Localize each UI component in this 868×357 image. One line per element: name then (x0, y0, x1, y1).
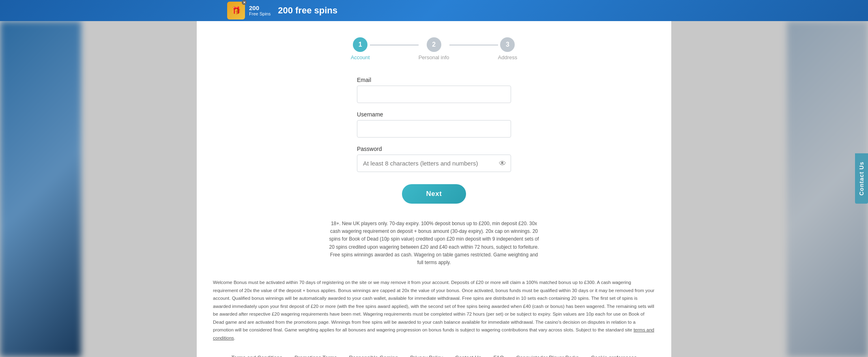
next-button-wrapper: Next (357, 184, 511, 204)
step-1-label: Account (351, 54, 370, 60)
step-line-1 (370, 45, 419, 45)
step-account: 1 Account (351, 37, 370, 60)
main-content: 1 Account 2 Personal info 3 Address Emai… (197, 21, 671, 357)
step-address: 3 Address (498, 37, 518, 60)
email-label: Email (357, 77, 511, 83)
promo-close-button[interactable]: ✕ (242, 0, 247, 5)
footer-link-responsible[interactable]: Responsible Gaming (349, 355, 398, 357)
password-input[interactable] (357, 155, 511, 172)
steps-indicator: 1 Account 2 Personal info 3 Address (213, 37, 655, 60)
promo-label: Free Spins (249, 11, 271, 16)
step-personal-info: 2 Personal info (419, 37, 449, 60)
header-bar: 🎁 ✕ 200 Free Spins 200 free spins (0, 0, 868, 21)
password-group: Password 👁 (357, 146, 511, 172)
password-wrapper: 👁 (357, 155, 511, 172)
promo-count: 200 (249, 5, 259, 12)
registration-form: Email Username Password 👁 Next (357, 77, 511, 204)
email-group: Email (357, 77, 511, 103)
terms-long: Welcome Bonus must be activated within 7… (213, 279, 655, 342)
step-line-2 (449, 45, 498, 45)
step-3-label: Address (498, 54, 518, 60)
step-1-circle: 1 (353, 37, 367, 52)
footer-link-contact[interactable]: Contact Us (455, 355, 481, 357)
footer-link-perks[interactable]: Conquistador Player Perks (516, 355, 579, 357)
terms-long-text: Welcome Bonus must be activated within 7… (213, 280, 654, 332)
password-label: Password (357, 146, 511, 152)
username-group: Username (357, 111, 511, 138)
step-3-circle: 3 (500, 37, 515, 52)
footer-link-promos[interactable]: Promotions Terms (294, 355, 337, 357)
footer-links: Terms and Conditions Promotions Terms Re… (213, 355, 655, 357)
username-input[interactable] (357, 120, 511, 138)
terms-short-text: 18+. New UK players only. 70-day expiry.… (329, 221, 539, 265)
step-2-circle: 2 (427, 37, 441, 52)
step-2-number: 2 (432, 41, 436, 48)
username-label: Username (357, 111, 511, 118)
contact-us-sidebar[interactable]: Contact Us (855, 153, 868, 204)
bg-left-panel (0, 21, 81, 357)
email-input[interactable] (357, 86, 511, 103)
step-1-number: 1 (359, 41, 362, 48)
terms-short: 18+. New UK players only. 70-day expiry.… (329, 220, 539, 267)
step-3-number: 3 (506, 41, 509, 48)
promo-badge: 🎁 ✕ 200 Free Spins 200 free spins (227, 2, 337, 19)
promo-title: 200 free spins (278, 5, 337, 16)
footer-link-faq[interactable]: FAQ (493, 355, 504, 357)
next-button[interactable]: Next (402, 184, 466, 204)
password-toggle-icon[interactable]: 👁 (499, 159, 506, 168)
step-2-label: Personal info (419, 54, 449, 60)
footer-link-cookies[interactable]: Cookie preferences (591, 355, 637, 357)
footer-link-privacy[interactable]: Privacy Policy (410, 355, 443, 357)
promo-icon: 🎁 ✕ (227, 2, 245, 19)
footer-link-terms[interactable]: Terms and Conditions (231, 355, 282, 357)
